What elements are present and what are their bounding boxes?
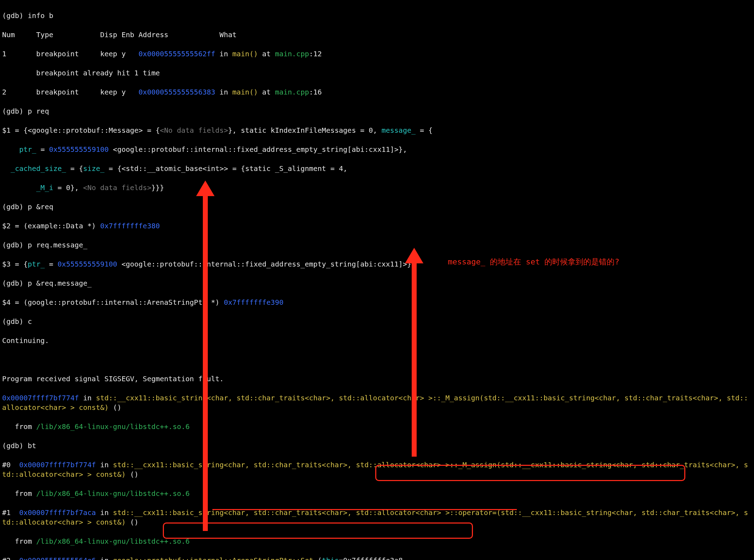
gdb-output: $3 = {ptr_ = 0x555555559100 <google::pro…	[2, 259, 752, 269]
text: = {	[416, 126, 433, 135]
address: 0x00007ffff7bf774f	[19, 461, 96, 469]
gdb-output: _M_i = 0}, <No data fields>}}}	[2, 183, 752, 193]
line-no: :12	[309, 50, 322, 58]
text: ()	[126, 470, 138, 479]
text: $2 = (example::Data *)	[2, 222, 100, 230]
text: from	[2, 489, 36, 498]
text: $3 = {	[2, 260, 28, 268]
gdb-prompt: (gdb)	[2, 441, 28, 450]
text: at	[258, 50, 275, 58]
bt-frame-0-from: from /lib/x86_64-linux-gnu/libstdc++.so.…	[2, 489, 752, 498]
text: = {	[66, 164, 83, 173]
text: in	[96, 461, 113, 469]
line-no: :16	[309, 88, 322, 96]
gdb-prompt: (gdb)	[2, 241, 28, 249]
blank-line	[2, 355, 752, 365]
address: 0x555555559100	[49, 145, 109, 154]
member-name: size_	[83, 164, 104, 173]
gdb-prompt: (gdb)	[2, 202, 28, 211]
gdb-command: p &req.message_	[28, 279, 92, 287]
text: }}}	[151, 183, 164, 192]
text: $4 = (google::protobuf::internal::ArenaS…	[2, 298, 224, 307]
gdb-output: $1 = {<google::protobuf::Message> = {<No…	[2, 126, 752, 135]
gdb-line: (gdb) bt	[2, 441, 752, 451]
gdb-output: _cached_size_ = {size_ = {<std::__atomic…	[2, 164, 752, 173]
file-path: /lib/x86_64-linux-gnu/libstdc++.so.6	[36, 422, 189, 431]
frame-no: #1	[2, 508, 19, 517]
gdb-line: (gdb) info b	[2, 11, 752, 21]
text: in	[79, 394, 96, 402]
text: =	[36, 145, 49, 154]
text: in	[96, 508, 113, 517]
gdb-output: from /lib/x86_64-linux-gnu/libstdc++.so.…	[2, 422, 752, 432]
gdb-output: ptr_ = 0x555555559100 <google::protobuf:…	[2, 145, 752, 154]
gdb-terminal[interactable]: (gdb) info b Num Type Disp Enb Address W…	[0, 0, 754, 560]
gdb-line: (gdb) p req	[2, 107, 752, 116]
gdb-output: Num Type Disp Enb Address What	[2, 30, 752, 40]
gdb-output: Continuing.	[2, 336, 752, 345]
gdb-prompt: (gdb)	[2, 279, 28, 287]
text: =	[45, 260, 57, 268]
address: 0x00005555555564e6	[19, 556, 96, 560]
address: 0x00007ffff7bf774f	[2, 394, 79, 402]
function-name: main()	[232, 50, 258, 58]
member-name: message_	[382, 126, 416, 135]
gdb-output: 0x00007ffff7bf774f in std::__cxx11::basi…	[2, 393, 752, 412]
text: 2 breakpoint keep y	[2, 88, 138, 96]
function-name: std::__cxx11::basic_string<char, std::ch…	[2, 508, 748, 526]
text: $1 = {<google::protobuf::Message> = {	[2, 126, 160, 135]
frame-no: #0	[2, 461, 19, 469]
address: 0x555555559100	[58, 260, 118, 268]
gdb-output: $2 = (example::Data *) 0x7fffffffe380	[2, 221, 752, 231]
bt-frame-2: #2 0x00005555555564e6 in google::protobu…	[2, 556, 752, 560]
gdb-command: info b	[28, 11, 53, 20]
gdb-prompt: (gdb)	[2, 107, 28, 115]
gdb-command: p &req	[28, 202, 53, 211]
text: 1 breakpoint keep y	[2, 50, 138, 58]
text: }, static kIndexInFileMessages = 0,	[228, 126, 381, 135]
text: at	[258, 88, 275, 96]
file-path: /lib/x86_64-linux-gnu/libstdc++.so.6	[36, 489, 189, 498]
file-name: main.cpp	[275, 88, 309, 96]
file-path: /lib/x86_64-linux-gnu/libstdc++.so.6	[36, 537, 189, 545]
text: <google::protobuf::internal::fixed_addre…	[117, 260, 411, 268]
gdb-output: $4 = (google::protobuf::internal::ArenaS…	[2, 298, 752, 307]
text: (	[313, 556, 322, 560]
bt-frame-0: #0 0x00007ffff7bf774f in std::__cxx11::b…	[2, 460, 752, 479]
text: from	[2, 537, 36, 545]
text	[2, 145, 19, 154]
no-data-fields: <No data fields>	[160, 126, 228, 135]
bt-frame-1-from: from /lib/x86_64-linux-gnu/libstdc++.so.…	[2, 537, 752, 546]
text: <google::protobuf::internal::fixed_addre…	[109, 145, 407, 154]
function-name: std::__cxx11::basic_string<char, std::ch…	[2, 461, 748, 479]
gdb-line: (gdb) p req.message_	[2, 240, 752, 250]
member-name: ptr_	[28, 260, 45, 268]
function-name: main()	[232, 88, 258, 96]
member-name: _M_i	[36, 183, 53, 192]
function-name: google::protobuf::internal::	[113, 556, 232, 560]
gdb-line: (gdb) p &req.message_	[2, 279, 752, 288]
text: = 0},	[53, 183, 83, 192]
text: ()	[126, 518, 138, 526]
text: ()	[109, 403, 121, 412]
member-name: _cached_size_	[11, 164, 66, 173]
text: = {<std::__atomic_base<int>> = {static _…	[104, 164, 347, 173]
member-name: ptr_	[19, 145, 36, 154]
function-name-highlight: ArenaStringPtr::Set	[232, 556, 313, 560]
frame-no: #2	[2, 556, 19, 560]
gdb-command: p req.message_	[28, 241, 87, 249]
gdb-line: (gdb) p &req	[2, 202, 752, 212]
gdb-command: c	[28, 317, 32, 326]
gdb-command: p req	[28, 107, 49, 115]
gdb-output: 1 breakpoint keep y 0x00005555555562ff i…	[2, 49, 752, 59]
no-data-fields: <No data fields>	[83, 183, 152, 192]
gdb-output: Program received signal SIGSEGV, Segment…	[2, 374, 752, 384]
text: in	[215, 88, 232, 96]
param-name: this	[322, 556, 339, 560]
address: 0x00005555555562ff	[138, 50, 215, 58]
text: in	[96, 556, 113, 560]
address: 0x00007ffff7bf7aca	[19, 508, 96, 517]
address: 0x7fffffffe390	[224, 298, 284, 307]
gdb-command: bt	[28, 441, 36, 450]
address: 0x7fffffffe380	[100, 222, 160, 230]
